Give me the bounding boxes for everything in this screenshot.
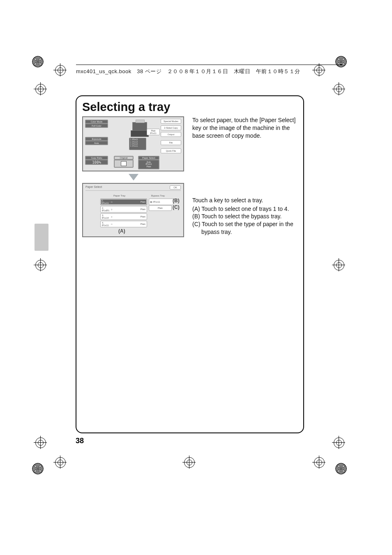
arrow-down-icon xyxy=(129,174,138,180)
portrait-icon: ▯ xyxy=(111,215,115,218)
color-mode-value[interactable]: Full Color xyxy=(85,123,108,128)
page-header: mxc401_us_qck.book 38 ページ ２００８年１０月１６日 木曜… xyxy=(76,65,343,78)
ok-button[interactable]: OK xyxy=(170,185,181,190)
paper-select-screen: Paper Select OK Paper Tray Bypass Tray 1… xyxy=(82,183,184,237)
paper-tray-group-label: Paper Tray xyxy=(113,194,125,197)
callout-a: (A) xyxy=(118,228,125,234)
portrait-icon: ▭ xyxy=(111,223,115,225)
cropmark-cross xyxy=(182,456,196,469)
portrait-icon: ▯ xyxy=(111,208,115,210)
page-number: 38 xyxy=(76,437,84,445)
output-button[interactable]: Output xyxy=(161,132,181,137)
copy-ratio-value[interactable]: 100% xyxy=(85,160,108,165)
tray-row-1[interactable]: 1. 8½x11▭Plain xyxy=(100,199,147,205)
tray-row-4[interactable]: 4. 8½x11▭Plain xyxy=(100,221,147,227)
cropmark-cross xyxy=(332,436,346,450)
screen-title: Paper Select xyxy=(85,185,102,188)
quick-file-button[interactable]: Quick File xyxy=(161,148,181,153)
bypass-paper-type-button[interactable]: Plain xyxy=(149,205,172,211)
original-area[interactable] xyxy=(114,160,134,168)
bypass-tray-button[interactable]: ▤ 8½x11 xyxy=(149,199,173,205)
cropmark xyxy=(335,463,349,477)
tray-icon: ▤ xyxy=(150,201,152,203)
plain-paper-indicator: Plain 8½x11 xyxy=(147,129,160,135)
cropmark-cross xyxy=(53,456,67,469)
cropmark-cross xyxy=(332,82,346,96)
portrait-icon: ▭ xyxy=(111,201,115,203)
cropmark-cross xyxy=(312,456,326,469)
tray-row-2[interactable]: 2. 8½x8½▯Plain xyxy=(100,206,147,213)
two-sided-button[interactable]: 2-Sided Copy xyxy=(161,125,181,130)
special-modes-button[interactable]: Special Modes xyxy=(161,119,181,124)
cropmark-cross xyxy=(53,63,67,77)
exposure-value[interactable]: Auto xyxy=(85,141,108,145)
cropmark xyxy=(32,56,46,70)
tray-row-3[interactable]: 3. 8½x14▯Plain xyxy=(100,213,147,220)
bypass-tray-group-label: Bypass Tray xyxy=(151,194,165,197)
step2-b: (B) Touch to select the bypass tray. xyxy=(192,213,297,220)
divider xyxy=(85,190,181,191)
step2-a: (A) Touch to select one of trays 1 to 4. xyxy=(192,205,297,213)
document-icon xyxy=(121,161,127,166)
step2-c: (C) Touch to set the type of paper in th… xyxy=(192,220,297,236)
section-title: Selecting a tray xyxy=(82,100,303,114)
step2-heading: Touch a key to select a tray. xyxy=(192,197,297,204)
tray-list-panel[interactable]: 1. 8½x11 2. 8½x14 3. 8½x14 4. 8½x11 xyxy=(129,138,146,150)
content-frame: Selecting a tray Color Mode Full Color E… xyxy=(76,95,304,433)
callout-b: (B) xyxy=(173,198,180,204)
cropmark-cross xyxy=(34,436,48,450)
tray-list-row: 1. 8½x11 xyxy=(129,138,146,141)
header-text: mxc401_us_qck.book 38 ページ ２００８年１０月１６日 木曜… xyxy=(76,68,300,75)
paper-select-value-area[interactable]: Auto 8½x11 Plain xyxy=(138,160,159,169)
cropmark-cross xyxy=(34,258,48,272)
callout-c: (C) xyxy=(173,204,180,210)
cropmark-cross xyxy=(332,258,346,272)
side-thumb-tab xyxy=(35,224,48,251)
tray-list-row: 4. 8½x11 xyxy=(129,145,146,147)
intro-paragraph: To select paper, touch the [Paper Select… xyxy=(192,116,297,140)
copy-base-screen: Color Mode Full Color Exposure Auto Copy… xyxy=(82,116,184,171)
file-button[interactable]: File xyxy=(161,140,181,145)
cropmark xyxy=(32,463,46,477)
cropmark-cross xyxy=(34,82,48,96)
